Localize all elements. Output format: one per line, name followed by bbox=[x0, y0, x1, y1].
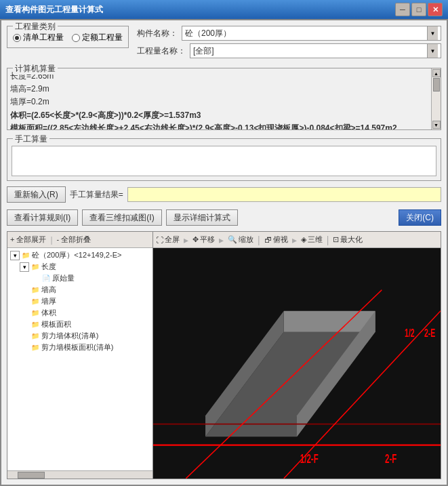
zoom-label: 缩放 bbox=[239, 235, 253, 245]
title-bar-text: 查看构件图元工程量计算式 bbox=[5, 4, 395, 16]
folder-icon-length: 📁 bbox=[30, 262, 40, 272]
manual-result-input[interactable] bbox=[127, 187, 441, 202]
right-fields: 构件名称： 砼（200厚） ▼ 工程量名称： [全部] ▼ bbox=[137, 26, 441, 58]
top-section: 工程量类别 清单工程量 定额工程量 构件名称： 砼（200厚） ▼ bbox=[7, 26, 441, 58]
pan-button[interactable]: ✥ 平移 bbox=[192, 235, 215, 245]
tree-label-wall-height: 墙高 bbox=[41, 285, 56, 295]
manual-result-label: 手工算量结果= bbox=[70, 189, 123, 201]
collapse-all-button[interactable]: - 全部折叠 bbox=[57, 235, 91, 245]
quantity-name-value: [全部] bbox=[193, 45, 427, 57]
tree-label-original: 原始量 bbox=[52, 273, 75, 283]
manual-textarea[interactable] bbox=[12, 146, 436, 176]
label-half-top: 1/2 bbox=[405, 327, 415, 340]
calc-text-area: 长度=2.65m 墙高=2.9m 墙厚=0.2m 体积=(2.65<长度>*(2… bbox=[7, 68, 431, 129]
tree-h-scrollbar-thumb[interactable] bbox=[18, 472, 45, 479]
folder-icon-root: 📁 bbox=[21, 251, 30, 260]
quantity-name-dropdown-arrow[interactable]: ▼ bbox=[427, 44, 438, 58]
quantity-name-label: 工程量名称： bbox=[137, 45, 186, 57]
tree-label-formwork-area: 模板面积 bbox=[41, 319, 71, 329]
tree-item-root[interactable]: ▾ 📁 砼（200厚）<12+149,2-E> bbox=[9, 249, 151, 261]
radio-group: 清单工程量 定额工程量 bbox=[13, 32, 123, 43]
component-name-dropdown-arrow[interactable]: ▼ bbox=[427, 26, 438, 40]
calc-scrollbar-track[interactable]: ▲ ▼ bbox=[431, 68, 441, 129]
scroll-down-arrow[interactable]: ▼ bbox=[432, 121, 441, 129]
tree-item-volume[interactable]: 📁 体积 bbox=[9, 307, 151, 319]
quantity-name-select[interactable]: [全部] ▼ bbox=[190, 43, 441, 58]
tree-label-shear-formwork: 剪力墙模板面积(清单) bbox=[41, 342, 113, 352]
tree-item-wall-thickness[interactable]: 📁 墙厚 bbox=[9, 296, 151, 307]
threed-icon: ◈ bbox=[301, 235, 306, 244]
view-content: 1/2-F 2-F 1/2 2-E bbox=[153, 248, 441, 479]
bottom-area: + 全部展开 | - 全部折叠 ▾ 📁 砼（200厚）<12+149,2-E> … bbox=[7, 231, 441, 479]
radio-label-quota: 定额工程量 bbox=[82, 32, 123, 43]
folder-icon-wall-height: 📁 bbox=[30, 285, 40, 295]
manual-btn-row: 重新输入(R) 手工算量结果= bbox=[7, 185, 441, 204]
pan-icon: ✥ bbox=[192, 235, 199, 244]
calc-line-1: 墙高=2.9m bbox=[10, 83, 428, 96]
view-top-button[interactable]: 🗗 俯视 bbox=[264, 235, 288, 245]
radio-circle-contract bbox=[13, 34, 21, 42]
folder-icon-formwork-area: 📁 bbox=[30, 320, 40, 329]
manual-calc-group: 手工算量 bbox=[7, 138, 441, 181]
component-name-row: 构件名称： 砼（200厚） ▼ bbox=[137, 26, 441, 41]
tree-expander-length[interactable]: ▾ bbox=[20, 262, 29, 272]
tree-toolbar: + 全部展开 | - 全部折叠 bbox=[7, 232, 152, 248]
tree-item-length[interactable]: ▾ 📁 长度 bbox=[9, 261, 151, 272]
radio-item-quota[interactable]: 定额工程量 bbox=[72, 32, 123, 43]
maximize-view-button[interactable]: ⊡ 最大化 bbox=[333, 235, 363, 245]
tree-item-shear-formwork[interactable]: 📁 剪力墙模板面积(清单) bbox=[9, 342, 151, 353]
label-2e-top: 2-E bbox=[424, 327, 435, 340]
folder-icon-wall-thickness: 📁 bbox=[30, 297, 40, 306]
tree-label-volume: 体积 bbox=[41, 308, 56, 318]
tree-item-wall-height[interactable]: 📁 墙高 bbox=[9, 284, 151, 296]
tree-item-shear-volume[interactable]: 📁 剪力墙体积(清单) bbox=[9, 330, 151, 342]
title-bar: 查看构件图元工程量计算式 ─ □ ✕ bbox=[0, 0, 448, 19]
window-close-button[interactable]: ✕ bbox=[428, 3, 443, 16]
expand-all-button[interactable]: + 全部展开 bbox=[10, 235, 46, 245]
close-dialog-button[interactable]: 关闭(C) bbox=[399, 209, 441, 226]
maximize-button[interactable]: □ bbox=[411, 3, 426, 16]
zoom-button[interactable]: 🔍 缩放 bbox=[228, 235, 253, 245]
folder-icon-volume: 📁 bbox=[30, 308, 40, 318]
tree-h-scrollbar[interactable] bbox=[7, 470, 152, 479]
machine-calc-group: 计算机算量 长度=2.65m 墙高=2.9m 墙厚=0.2m 体积=(2.65<… bbox=[7, 68, 441, 130]
project-type-title: 工程量类别 bbox=[13, 21, 58, 33]
show-detail-button[interactable]: 显示详细计算式 bbox=[166, 209, 238, 226]
re-input-button[interactable]: 重新输入(R) bbox=[7, 186, 66, 203]
component-name-value: 砼（200厚） bbox=[185, 28, 427, 39]
view-toolbar: ⛶ 全屏 ▸ ✥ 平移 ▸ 🔍 缩放 | 🗗 俯视 ▸ bbox=[153, 232, 441, 248]
fullscreen-button[interactable]: ⛶ 全屏 bbox=[156, 235, 180, 245]
view-top-label: 俯视 bbox=[273, 235, 288, 245]
calc-line-3: 体积=(2.65<长度>*(2.9<高度>))*0.2<厚度>=1.537m3 bbox=[10, 109, 428, 122]
manual-content bbox=[7, 143, 441, 180]
manual-calc-title: 手工算量 bbox=[13, 134, 49, 145]
radio-label-contract: 清单工程量 bbox=[23, 32, 64, 43]
doc-icon-original: 📄 bbox=[41, 274, 51, 283]
maximize-icon: ⊡ bbox=[333, 235, 339, 244]
tree-content: ▾ 📁 砼（200厚）<12+149,2-E> ▾ 📁 长度 📄 原始量 bbox=[7, 248, 152, 470]
tree-label-root: 砼（200厚）<12+149,2-E> bbox=[32, 250, 121, 260]
radio-item-contract[interactable]: 清单工程量 bbox=[13, 32, 64, 43]
view-3d-button[interactable]: 查看三维扣减图(I) bbox=[82, 209, 161, 226]
radio-circle-quota bbox=[72, 34, 80, 42]
view-calc-rules-button[interactable]: 查看计算规则(I) bbox=[7, 209, 78, 226]
view-top-icon: 🗗 bbox=[264, 236, 272, 244]
fullscreen-icon: ⛶ bbox=[156, 236, 163, 244]
scene-svg: 1/2-F 2-F 1/2 2-E bbox=[153, 248, 441, 479]
wall-shape-top bbox=[284, 311, 375, 332]
label-2f-bottom: 2-F bbox=[385, 451, 396, 465]
fullscreen-label: 全屏 bbox=[165, 235, 180, 245]
tree-label-wall-thickness: 墙厚 bbox=[41, 296, 56, 306]
folder-icon-shear-volume: 📁 bbox=[30, 331, 40, 341]
machine-calc-title: 计算机算量 bbox=[13, 63, 58, 75]
tree-item-formwork-area[interactable]: 📁 模板面积 bbox=[9, 319, 151, 330]
tree-item-original[interactable]: 📄 原始量 bbox=[9, 272, 151, 284]
minimize-button[interactable]: ─ bbox=[395, 3, 410, 16]
tree-expander-root[interactable]: ▾ bbox=[10, 251, 20, 260]
calc-line-4: 模板面积=((2.85<左边线长度>+2.45<右边线长度>)*(2.9<高度>… bbox=[10, 122, 428, 129]
component-name-select[interactable]: 砼（200厚） ▼ bbox=[182, 26, 441, 41]
threed-button[interactable]: ◈ 三维 bbox=[301, 235, 323, 245]
scroll-up-arrow[interactable]: ▲ bbox=[432, 69, 441, 77]
scroll-thumb[interactable] bbox=[433, 78, 440, 92]
pan-label: 平移 bbox=[200, 235, 215, 245]
